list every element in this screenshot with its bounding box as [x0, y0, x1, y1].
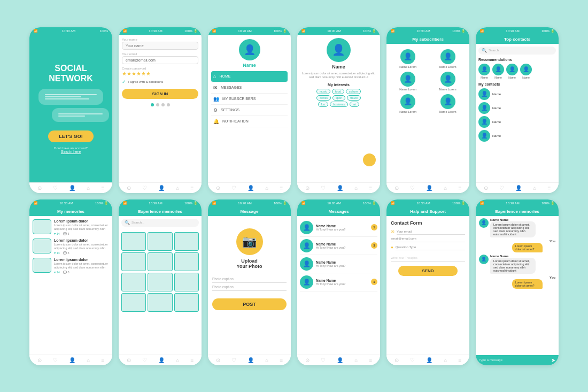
email-input[interactable] — [122, 56, 198, 64]
gallery-thumb-7 — [121, 273, 146, 291]
menu-settings[interactable]: ⚙ SETTINGS — [211, 105, 288, 116]
home-menu-icon: ⌂ — [213, 74, 216, 79]
menu-icon: ≡ — [548, 185, 551, 191]
sign-in-body: Your name Your email Create password ★★★… — [119, 35, 202, 182]
status-bar-6: 📶 10:30 AM 100% 🔋 — [476, 27, 559, 35]
footer-3: ⊙ ♡ 👤 ⌂ ≡ — [208, 182, 291, 193]
message-item-1[interactable]: 👤 Name Name Hi Tony! How are you? 1 — [300, 219, 377, 237]
phone-sign-in: 📶 10:30 AM 100% 🔋 Your name Your email C… — [119, 27, 202, 193]
home-icon: ⌂ — [444, 357, 447, 363]
rec-contact-2: 👤 Name — [492, 64, 504, 79]
msg-badge-2: 3 — [371, 242, 377, 249]
message-body: 📷 UploadYour Photo Photo caption Photo c… — [208, 216, 291, 355]
memory-item-1: Lorem ipsum dolor Lorem ipsum dolor sit … — [33, 219, 109, 235]
home-icon: ⌂ — [87, 185, 90, 191]
subscribers-header: My subscribers — [386, 35, 469, 44]
menu-home[interactable]: ⌂ HOME — [211, 71, 288, 82]
sign-in-link[interactable]: Sing in here — [61, 150, 81, 153]
subscribers-menu-icon: 👥 — [213, 96, 219, 102]
search-icon: ⊙ — [216, 357, 220, 363]
top-contacts-header: Top contacts — [476, 35, 559, 44]
chat-input-placeholder[interactable]: Type a message — [479, 358, 549, 362]
message-item-3[interactable]: 👤 Name Name Hi Tony! How are you? — [300, 255, 377, 273]
home-icon: ⌂ — [176, 185, 179, 191]
lets-go-button[interactable]: LET'S GO! — [48, 130, 94, 142]
heart-icon: ♡ — [499, 185, 504, 191]
menu-subscribers[interactable]: 👥 MY SUBSCRIBERS — [211, 94, 288, 105]
send-button[interactable]: SEND — [398, 266, 458, 276]
search-icon: ⊙ — [394, 185, 399, 191]
menu-icon: ≡ — [102, 357, 105, 363]
gallery-thumb-3 — [174, 232, 199, 251]
footer-2: ⊙ ♡ 👤 ⌂ ≡ — [119, 182, 202, 193]
photo-caption-input[interactable]: Photo caption — [212, 277, 287, 283]
support-email-label: Your email — [397, 229, 465, 235]
message-item-4[interactable]: 👤 Name Name Hi Tony! How are you? 1 — [300, 273, 377, 291]
gallery-thumb-6 — [174, 252, 199, 271]
status-bar-5: 📶 10:30 AM 100% 🔋 — [386, 27, 469, 35]
person-icon: 👤 — [426, 357, 432, 363]
menu-icon: ≡ — [459, 185, 462, 191]
person-icon: 👤 — [158, 357, 165, 363]
upload-circle[interactable]: 📷 — [236, 228, 263, 255]
heart-icon: ♡ — [231, 185, 236, 191]
person-icon: 👤 — [337, 357, 343, 363]
gallery-grid — [121, 232, 199, 312]
gallery-thumb-9 — [174, 273, 199, 291]
tag-food: food — [332, 89, 344, 94]
heart-icon: ♡ — [142, 185, 147, 191]
memory-thumb-3 — [33, 258, 51, 273]
memory-stats-3: ♥ 14 💬 3 — [54, 271, 109, 274]
post-button[interactable]: POST — [212, 298, 287, 310]
photo-caption-text: Photo caption — [212, 285, 287, 291]
sub-name-6: Name Lorem — [439, 110, 457, 113]
person-icon: 👤 — [337, 185, 343, 191]
messages-list-header: Messages — [297, 207, 380, 216]
heart-icon: ♡ — [410, 185, 415, 191]
search-icon: ⊙ — [127, 357, 131, 363]
name-input[interactable] — [122, 42, 198, 50]
memory-text-1: Lorem ipsum dolor Lorem ipsum dolor sit … — [54, 219, 109, 235]
recommendations-row: 👤 Name 👤 Name 👤 Name 👤 Name — [478, 64, 556, 79]
tag-culture: culture — [346, 89, 361, 94]
yellow-accent — [363, 153, 376, 166]
status-bar-3: 📶 10:30 AM 100% 🔋 — [208, 27, 291, 35]
chat-bubble-right-1: Lorem ipsum dolor sit amet? — [512, 243, 543, 252]
menu-messages[interactable]: ✉ MESSAGES — [211, 82, 288, 94]
menu-notification[interactable]: 🔔 NOTIFICATION — [211, 116, 288, 127]
subscriber-3: 👤 Name Lorem — [390, 72, 427, 91]
subscriber-4: 👤 Name Lorem — [430, 72, 467, 91]
footer-5: ⊙ ♡ 👤 ⌂ ≡ — [386, 182, 469, 193]
gallery-thumb-8 — [148, 273, 172, 291]
search-box[interactable]: 🔍 Search... — [478, 47, 556, 55]
phone-profile: 📶 10:30 AM 100% 🔋 👤 Name Lorem ipsum dol… — [297, 27, 380, 193]
chat-you-1: You — [512, 240, 555, 243]
signin-button[interactable]: SIGN IN — [122, 89, 198, 99]
email-form-row: ✉ Your email — [391, 229, 465, 235]
recommendations-title: Recommendations — [478, 58, 556, 62]
gallery-thumb-1 — [121, 232, 146, 251]
search-icon: ⊙ — [484, 185, 488, 191]
home-icon: ⌂ — [533, 185, 536, 191]
profile-avatar-icon: 👤 — [332, 43, 345, 56]
contact-form-title: Contact Form — [391, 220, 465, 226]
tag-art: art — [350, 102, 359, 107]
tag-sport: sport — [332, 95, 345, 101]
phone-message-upload: 📶 10:30 AM 100% 🔋 Message 📷 UploadYour P… — [208, 199, 291, 365]
person-icon: 👤 — [247, 185, 254, 191]
status-bar-4: 📶 10:30 AM 100% 🔋 — [297, 27, 380, 35]
chat-input-bar[interactable]: Type a message ➤ — [476, 355, 559, 365]
chat-msg-left-2: 👤 Name Name Lorem ipsum dolor sit amet, … — [479, 255, 555, 274]
gallery-search-box[interactable]: 🔍 Search... — [121, 219, 199, 227]
menu-icon: ≡ — [459, 357, 462, 363]
home-icon: ⌂ — [354, 185, 358, 191]
subscriber-2: 👤 Name Lorem — [430, 49, 467, 68]
phone-support: 📶 10:30 AM 100% 🔋 Halp and Support Conta… — [386, 199, 469, 365]
footer-4: ⊙ ♡ 👤 ⌂ ≡ — [297, 182, 380, 193]
send-icon[interactable]: ➤ — [551, 357, 555, 363]
search-placeholder: Search... — [489, 49, 501, 52]
heart-icon: ♡ — [142, 357, 147, 363]
message-item-2[interactable]: 👤 Name Name Hi Tony! How are you? 3 — [300, 237, 377, 255]
chat-you-2: You — [512, 276, 555, 279]
footer-6: ⊙ ♡ 👤 ⌂ ≡ — [476, 182, 559, 193]
